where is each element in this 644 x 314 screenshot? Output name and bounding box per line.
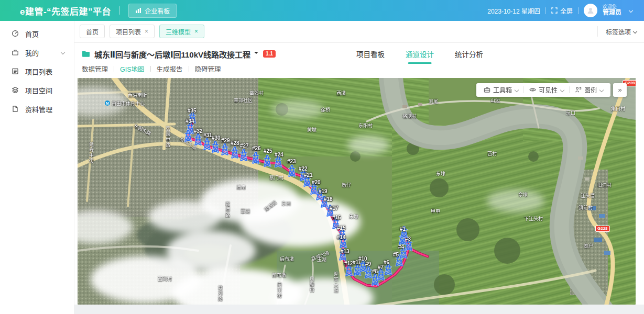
chevron-down-icon [515, 87, 519, 92]
header-date: 2023-10-12 星期四 [487, 6, 540, 15]
tab-chip-home[interactable]: 首页 [80, 25, 105, 38]
tab-chip-project-list[interactable]: 项目列表 × [110, 25, 155, 38]
divider [189, 66, 189, 72]
tower-marker[interactable] [251, 151, 260, 164]
project-title[interactable]: 城东Ⅱ回与新度～后墩Ⅰ回110kV线路改接工程 [94, 49, 250, 60]
sidebar-item-label: 资料管理 [25, 104, 52, 114]
tower-marker[interactable] [230, 146, 239, 159]
briefcase-icon [12, 49, 19, 56]
welcome-label: 欢迎您 [603, 4, 621, 9]
subtab-generate-report[interactable]: 生成报告 [157, 64, 183, 74]
subtab-obstacle-management[interactable]: 隐碍管理 [195, 64, 221, 74]
gauge-icon [12, 30, 19, 37]
tower-marker[interactable] [384, 263, 393, 275]
folder-icon [82, 50, 90, 58]
visibility-dropdown[interactable]: 可见性 [524, 85, 569, 94]
pylon-icon [239, 149, 248, 161]
chevron-down-icon [633, 29, 637, 33]
sub-tabs: 数据管理 GIS地图 生成报告 隐碍管理 [74, 63, 644, 78]
sidebar-item-project-list[interactable]: 项目列表 [0, 62, 74, 81]
tab-project-board[interactable]: 项目看板 [355, 47, 386, 64]
sidebar-item-home[interactable]: 首页 [0, 24, 74, 43]
legend-label: 图例 [584, 85, 597, 94]
chevron-down-icon [61, 50, 65, 54]
pylon-icon [220, 143, 230, 155]
toolbox-dropdown[interactable]: 工具箱 [478, 85, 523, 94]
pylon-icon [399, 226, 409, 238]
fullscreen-icon [551, 7, 558, 14]
close-icon[interactable]: × [194, 28, 198, 35]
header-divider [545, 7, 546, 14]
app-title: e建管-“先签后建”平台 [20, 4, 111, 17]
tab-channel-design[interactable]: 通道设计 [405, 47, 435, 64]
avatar[interactable] [584, 4, 597, 17]
tower-marker[interactable] [274, 155, 283, 167]
toolbox-label: 工具箱 [493, 85, 512, 94]
toolbar-collapse-button[interactable]: » [613, 83, 627, 97]
pylon-icon [325, 204, 335, 217]
document-icon [12, 105, 19, 113]
user-chevron-down-icon[interactable] [629, 8, 633, 13]
sidebar-item-documents[interactable]: 资料管理 [0, 99, 74, 118]
sidebar-item-label: 项目空间 [25, 85, 52, 95]
tower-marker[interactable] [193, 133, 203, 145]
user-welcome[interactable]: 欢迎您 管理员 [603, 4, 621, 17]
pylon-icon [251, 151, 260, 164]
sidebar-item-label: 首页 [25, 29, 39, 39]
tower-marker[interactable] [183, 129, 193, 142]
fullscreen-button[interactable]: 全屏 [551, 6, 573, 15]
tower-marker[interactable] [339, 236, 348, 248]
pylon-icon [211, 140, 220, 153]
sidebar-item-mine[interactable]: 我的 [0, 43, 74, 62]
fullscreen-label: 全屏 [560, 6, 573, 15]
tower-marker[interactable] [325, 204, 335, 217]
enterprise-dashboard-label: 企业看板 [145, 6, 170, 15]
header-divider [578, 7, 578, 14]
tower-marker[interactable] [220, 143, 230, 155]
subtab-data-management[interactable]: 数据管理 [82, 64, 108, 74]
eye-icon [529, 86, 536, 93]
divider [114, 66, 114, 72]
tower-marker[interactable] [338, 248, 347, 261]
main-tabs: 项目看板 通道设计 统计分析 [355, 47, 484, 64]
pylon-icon [339, 236, 348, 248]
bar-chart-icon [135, 7, 141, 14]
tower-marker[interactable] [399, 226, 409, 238]
legend-icon [575, 86, 582, 93]
caret-down-icon[interactable] [254, 52, 258, 56]
sidebar-item-label: 我的 [25, 48, 39, 58]
pylon-icon [274, 155, 283, 167]
pylon-icon [263, 154, 272, 167]
pylon-icon [384, 263, 393, 275]
sidebar-item-project-space[interactable]: 项目空间 [0, 81, 74, 99]
pylon-icon [193, 133, 203, 145]
user-icon [586, 6, 595, 15]
pylon-icon [230, 146, 239, 159]
legend-dropdown[interactable]: 图例 [570, 85, 608, 94]
project-title-row: 城东Ⅱ回与新度～后墩Ⅰ回110kV线路改接工程 1.1 项目看板 通道设计 统计… [74, 43, 644, 63]
tab-statistics[interactable]: 统计分析 [454, 47, 484, 64]
divider [150, 66, 151, 72]
subtab-gis-map[interactable]: GIS地图 [120, 64, 145, 74]
tab-chip-label: 首页 [86, 27, 99, 36]
close-icon[interactable]: × [145, 28, 148, 35]
pylon-icon [338, 248, 347, 261]
tower-marker[interactable] [263, 154, 272, 167]
tower-marker[interactable] [211, 140, 220, 153]
toolbox-icon [484, 86, 490, 93]
tower-marker[interactable] [239, 149, 248, 161]
gis-map[interactable]: M莆田市体育中心西洪南街东园东路荔园中路延寿中街迎宾大道莘郊村莘郊社区西墩徐桥黄… [78, 78, 636, 305]
chevron-down-icon [560, 87, 564, 92]
tab-options-dropdown[interactable]: 标签选项 [597, 26, 637, 37]
list-icon [12, 68, 19, 75]
tab-chip-3d-model[interactable]: 三维模型 × [159, 25, 204, 38]
header-divider [119, 6, 120, 15]
chevron-down-icon [599, 87, 604, 92]
pylon-icon [287, 164, 297, 177]
bottom-gutter [74, 305, 644, 314]
enterprise-dashboard-button[interactable]: 企业看板 [128, 4, 177, 18]
tower-marker[interactable] [287, 164, 297, 177]
version-badge: 1.1 [263, 50, 276, 58]
pylon-icon [183, 129, 193, 142]
map-toolbar: 工具箱 可见性 图例 [476, 83, 610, 97]
